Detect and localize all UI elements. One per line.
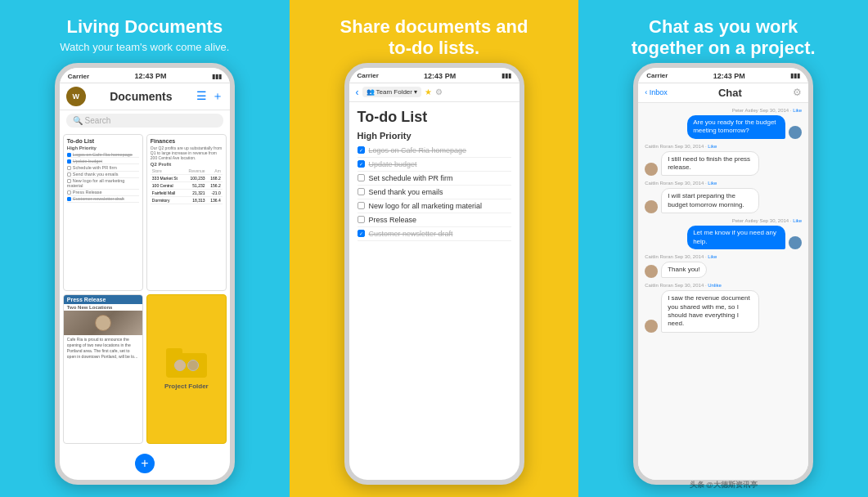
todo-p2-item-3[interactable]: Set schedule with PR firm <box>358 172 511 186</box>
project-folder-card[interactable]: Project Folder <box>146 294 227 444</box>
chat-phone-header: ‹ Inbox Chat ⚙ <box>638 83 808 103</box>
press-release-location: Two New Locations <box>64 304 142 311</box>
message-meta-1: Peter Astley Sep 30, 2014 · Like <box>645 108 802 113</box>
chat-row-3: I will start preparing the budget tomorr… <box>645 188 802 213</box>
todo-phone-header: ‹ 👥 Team Folder ▾ ★ ⚙ <box>349 83 519 102</box>
message-meta-6: Caitlin Roran Sep 30, 2014 · Unlike <box>645 283 802 288</box>
phone2-time: 12:43 PM <box>424 72 456 80</box>
chat-row-2: I still need to finish the press release… <box>645 151 802 177</box>
todo-p2-item-2[interactable]: ✓ Update budget <box>358 158 511 172</box>
project-folder-title: Project Folder <box>164 383 209 390</box>
panel3-title: Chat as you worktogether on a project. <box>632 16 816 60</box>
caitlin-avatar-3 <box>645 200 658 213</box>
phone3-time: 12:43 PM <box>713 72 745 80</box>
docs-title: Documents <box>110 90 172 103</box>
panel-share-docs: Share documents andto-do lists. Carrier … <box>290 0 579 497</box>
team-folder-label[interactable]: 👥 Team Folder ▾ <box>362 87 421 97</box>
message-meta-4: Peter Astley Sep 30, 2014 · Like <box>645 218 802 223</box>
add-document-button[interactable]: + <box>135 454 155 473</box>
todo-item-3: Schedule with PR firm <box>67 164 139 171</box>
bubble-4: Let me know if you need any help. <box>687 226 785 249</box>
phone-1: Carrier 12:43 PM ▮▮▮ W Documents ☰ ＋ 🔍 S… <box>55 63 235 485</box>
checkbox-1[interactable]: ✓ <box>358 146 365 154</box>
docs-search[interactable]: 🔍 Search <box>66 114 223 128</box>
chat-title: Chat <box>718 87 742 99</box>
phone1-battery: ▮▮▮ <box>212 73 222 80</box>
todo-priority-section: High Priority <box>358 131 511 141</box>
phone3-carrier: Carrier <box>646 72 668 79</box>
todo-p2-item-5[interactable]: New logo for all marketing material <box>358 199 511 213</box>
message-meta-3: Caitlin Roran Sep 30, 2014 · Like <box>645 181 802 186</box>
press-release-body: Cafe Ria is proud to announce the openin… <box>64 335 142 361</box>
checkbox-7[interactable]: ✓ <box>358 230 365 237</box>
todo-item-1: Logos on Cafe Ria homepage <box>67 151 139 158</box>
star-icon[interactable]: ★ <box>425 87 432 96</box>
bubble-6: I saw the revenue document you shared wi… <box>661 290 759 333</box>
chat-settings-icon[interactable]: ⚙ <box>793 87 802 98</box>
checkbox-6[interactable] <box>358 216 365 223</box>
phone2-battery: ▮▮▮ <box>501 72 511 79</box>
chat-row-1: Are you ready for the budget meeting tom… <box>645 115 802 139</box>
todo-item-2: Update budget <box>67 158 139 164</box>
chat-messages-area: Peter Astley Sep 30, 2014 · Like Are you… <box>638 103 808 480</box>
caitlin-avatar-2 <box>645 163 658 176</box>
panel1-subtitle: Watch your team's work come alive. <box>60 41 229 53</box>
message-group-5: Caitlin Roran Sep 30, 2014 · Like Thank … <box>645 254 802 278</box>
todo-p2-item-4[interactable]: Send thank you emails <box>358 186 511 199</box>
todo-p2-item-1[interactable]: ✓ Logos on Cafe Ria homepage <box>358 144 511 158</box>
panel-living-documents: Living Documents Watch your team's work … <box>0 0 290 497</box>
back-button[interactable]: ‹ <box>356 87 359 98</box>
checkbox-5[interactable] <box>358 202 365 209</box>
message-meta-2: Caitlin Roran Sep 30, 2014 · Like <box>645 144 802 149</box>
message-group-6: Caitlin Roran Sep 30, 2014 · Unlike I sa… <box>645 283 802 333</box>
chat-row-6: I saw the revenue document you shared wi… <box>645 290 802 333</box>
add-icon[interactable]: ＋ <box>212 89 223 104</box>
caitlin-avatar-6 <box>645 320 658 333</box>
watermark: 头条 @大德斯资讯亭 <box>690 480 758 490</box>
todo-doc-card[interactable]: To-do List High Priority Logos on Cafe R… <box>63 134 143 290</box>
phone3-battery: ▮▮▮ <box>790 72 800 79</box>
phone2-carrier: Carrier <box>358 72 379 79</box>
press-release-title: Press Release <box>64 295 142 304</box>
docs-add-area: + <box>60 447 230 480</box>
docs-header-icons[interactable]: ☰ ＋ <box>196 89 223 104</box>
chat-row-4: Let me know if you need any help. <box>645 226 802 249</box>
panel1-title: Living Documents <box>66 16 223 38</box>
phone1-time: 12:43 PM <box>134 72 166 80</box>
docs-header: W Documents ☰ ＋ <box>60 83 230 110</box>
finances-description: Our Q2 profits are up substantially from… <box>151 146 223 160</box>
todo-p2-item-7[interactable]: ✓ Customer newsletter draft <box>358 227 511 241</box>
phone-3: Carrier 12:43 PM ▮▮▮ ‹ Inbox Chat ⚙ Pete… <box>633 63 813 485</box>
list-icon[interactable]: ☰ <box>196 89 207 104</box>
message-group-1: Peter Astley Sep 30, 2014 · Like Are you… <box>645 108 802 139</box>
message-group-2: Caitlin Roran Sep 30, 2014 · Like I stil… <box>645 144 802 177</box>
chat-row-5: Thank you! <box>645 262 802 278</box>
inbox-back-button[interactable]: ‹ Inbox <box>645 88 668 96</box>
caitlin-avatar-5 <box>645 265 658 278</box>
panel2-title: Share documents andto-do lists. <box>340 16 528 60</box>
todo-item-5: New logo for all marketing material <box>67 178 139 190</box>
message-group-3: Caitlin Roran Sep 30, 2014 · Like I will… <box>645 181 802 213</box>
docs-grid: To-do List High Priority Logos on Cafe R… <box>60 131 230 447</box>
todo-list-title: To-do List <box>358 109 511 126</box>
todo-item-4: Send thank you emails <box>67 172 139 178</box>
peter-avatar-4 <box>789 236 802 249</box>
phone3-top-bar: Carrier 12:43 PM ▮▮▮ <box>638 68 808 83</box>
message-meta-5: Caitlin Roran Sep 30, 2014 · Like <box>645 254 802 259</box>
press-release-card[interactable]: Press Release Two New Locations Cafe Ria… <box>63 294 143 444</box>
todo-item-7: Customer newsletter draft <box>67 196 139 203</box>
checkbox-4[interactable] <box>358 188 365 195</box>
todo-phone-content: To-do List High Priority ✓ Logos on Cafe… <box>349 102 519 480</box>
todo-card-title: To-do List <box>67 138 139 144</box>
settings-icon[interactable]: ⚙ <box>435 87 443 96</box>
todo-p2-item-6[interactable]: Press Release <box>358 213 511 227</box>
bubble-1: Are you ready for the budget meeting tom… <box>687 115 785 139</box>
finances-doc-card[interactable]: Finances Our Q2 profits are up substanti… <box>146 134 227 290</box>
checkbox-2[interactable]: ✓ <box>358 160 365 168</box>
checkbox-3[interactable] <box>358 174 365 181</box>
todo-priority-label: High Priority <box>67 146 139 150</box>
finances-q2-label: Q2 Profit <box>151 162 223 167</box>
peter-avatar-1 <box>789 126 802 139</box>
folder-people <box>174 360 199 371</box>
bubble-2: I still need to finish the press release… <box>661 151 759 177</box>
